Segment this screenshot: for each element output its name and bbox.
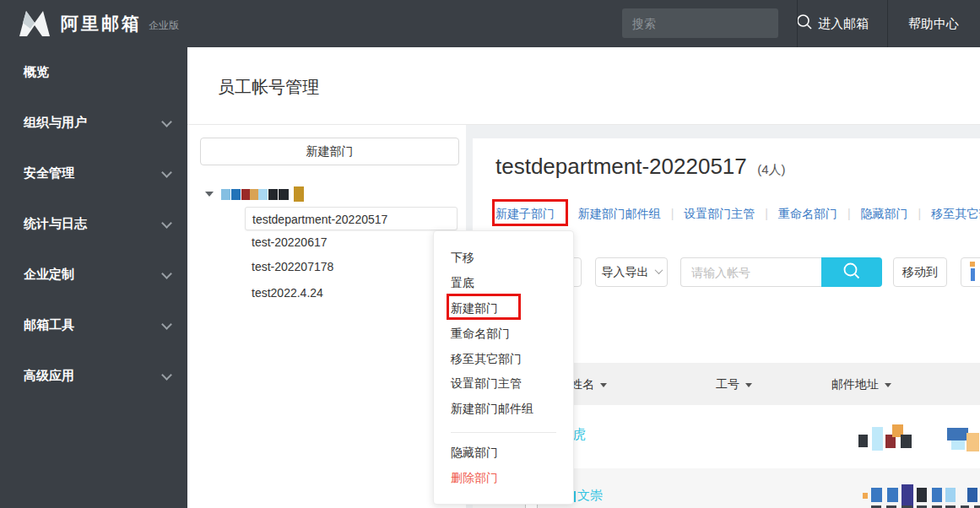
sidebar-item-enterprise-custom[interactable]: 企业定制 <box>0 267 187 285</box>
chevron-down-icon <box>161 167 172 178</box>
highlight-box-new-sub-department <box>492 199 568 226</box>
move-to-button[interactable]: 移动到 <box>893 257 947 287</box>
context-menu-item-new-department-mail-group[interactable]: 新建部门邮件组 <box>434 396 573 421</box>
action-separator: | <box>671 207 674 220</box>
department-name: testdepartment-20220517 <box>495 154 747 179</box>
sidebar-item-overview[interactable]: 概览 <box>0 64 187 83</box>
chevron-down-icon <box>161 116 172 127</box>
action-hide-department[interactable]: 隐藏部门 <box>861 207 908 220</box>
enter-mailbox-button[interactable]: 进入邮箱 <box>799 0 887 47</box>
department-member-count: (4人) <box>757 162 785 176</box>
account-search-button[interactable] <box>821 257 882 287</box>
search-icon <box>842 261 862 284</box>
header-search <box>622 8 778 38</box>
sort-caret-icon <box>600 383 607 387</box>
redacted-email <box>853 422 980 456</box>
context-menu-divider <box>451 432 556 433</box>
action-separator: | <box>847 207 851 220</box>
column-header-email[interactable]: 邮件地址 <box>831 377 891 392</box>
action-separator: | <box>765 207 768 220</box>
redacted-company-name <box>218 186 311 204</box>
redacted-email <box>857 481 980 508</box>
context-menu-item-move-to-other-department[interactable]: 移至其它部门 <box>434 346 573 371</box>
sidebar-item-label: 高级应用 <box>24 368 74 384</box>
sidebar-item-label: 企业定制 <box>24 267 74 283</box>
sidebar-item-advanced-apps[interactable]: 高级应用 <box>0 368 187 386</box>
sidebar-item-label: 统计与日志 <box>24 216 87 232</box>
context-menu-item-delete-department[interactable]: 删除部门 <box>434 465 573 490</box>
tree-item-selected[interactable]: testdepartment-20220517 <box>245 207 458 230</box>
top-header: 阿里邮箱 企业版 进入邮箱 帮助中心 <box>0 0 980 47</box>
context-menu-item-move-down[interactable]: 下移 <box>434 245 573 270</box>
redacted-button-label <box>969 262 977 283</box>
member-name-link[interactable]: 文崇 <box>577 488 603 504</box>
tree-item[interactable]: test-20220617 <box>252 230 328 254</box>
account-search-input[interactable] <box>680 257 821 287</box>
tree-item[interactable]: test-202207178 <box>252 255 333 278</box>
department-context-menu: 下移 置底 新建部门 重命名部门 移至其它部门 设置部门主管 新建部门邮件组 隐… <box>433 230 574 505</box>
sidebar-item-label: 组织与用户 <box>24 115 87 131</box>
member-name-link[interactable]: 虎 <box>572 426 586 444</box>
column-label: 邮件地址 <box>831 377 879 392</box>
page-title: 员工帐号管理 <box>218 76 319 99</box>
sidebar-nav: 概览 组织与用户 安全管理 统计与日志 企业定制 邮箱工具 高级应用 <box>0 47 187 508</box>
chevron-down-icon <box>161 319 172 330</box>
action-rename-department[interactable]: 重命名部门 <box>778 207 837 220</box>
sidebar-item-label: 安全管理 <box>24 165 74 181</box>
import-export-label: 导入导出 <box>602 265 649 280</box>
department-heading: testdepartment-20220517 (4人) <box>495 154 786 180</box>
brand-edition-badge: 企业版 <box>149 19 179 33</box>
sidebar-item-label: 概览 <box>24 64 49 80</box>
context-menu-item-set-department-manager[interactable]: 设置部门主管 <box>434 370 573 396</box>
new-department-button[interactable]: 新建部门 <box>200 138 459 165</box>
column-label: 姓名 <box>571 377 594 392</box>
department-tree-panel <box>187 125 466 508</box>
brand-logo[interactable]: 阿里邮箱 企业版 <box>19 10 179 37</box>
help-center-button[interactable]: 帮助中心 <box>887 0 980 47</box>
sort-caret-icon <box>885 383 891 387</box>
import-export-button[interactable]: 导入导出 <box>595 257 668 287</box>
chevron-down-icon <box>654 266 663 274</box>
mail-logo-icon <box>19 11 51 36</box>
sidebar-item-org-users[interactable]: 组织与用户 <box>0 115 187 133</box>
department-actions: 新建子部门|新建部门邮件组|设置部门主管|重命名部门|隐藏部门|移至其它部门 <box>495 207 980 224</box>
chevron-down-icon <box>161 268 172 279</box>
action-move-to-other-department[interactable]: 移至其它部门 <box>931 207 980 220</box>
move-to-label: 移动到 <box>902 265 938 280</box>
column-header-name[interactable]: 姓名 <box>571 377 607 392</box>
sidebar-item-mail-tools[interactable]: 邮箱工具 <box>0 317 187 336</box>
tree-item[interactable]: test2022.4.24 <box>252 281 323 305</box>
tree-expand-icon[interactable] <box>205 192 214 197</box>
context-menu-item-hide-department[interactable]: 隐藏部门 <box>434 440 573 465</box>
clipped-name-fragment <box>574 491 576 502</box>
chevron-down-icon <box>161 218 172 229</box>
highlight-box-new-department <box>447 294 521 320</box>
context-menu-item-move-to-bottom[interactable]: 置底 <box>434 270 573 295</box>
sidebar-item-security[interactable]: 安全管理 <box>0 165 187 184</box>
brand-name: 阿里邮箱 <box>61 12 142 35</box>
chevron-down-icon <box>161 370 172 381</box>
sort-caret-icon <box>745 383 752 387</box>
sidebar-item-stats-logs[interactable]: 统计与日志 <box>0 216 187 235</box>
header-search-input[interactable] <box>622 17 795 30</box>
context-menu-item-rename-department[interactable]: 重命名部门 <box>434 321 573 346</box>
column-header-employee-id[interactable]: 工号 <box>716 377 752 392</box>
sidebar-item-label: 邮箱工具 <box>24 317 74 333</box>
action-set-department-manager[interactable]: 设置部门主管 <box>684 207 755 220</box>
column-label: 工号 <box>716 377 739 392</box>
action-separator: | <box>918 207 922 220</box>
header-divider <box>797 0 798 47</box>
action-new-department-mail-group[interactable]: 新建部门邮件组 <box>578 207 661 220</box>
app-root: 阿里邮箱 企业版 进入邮箱 帮助中心 概览 组织与用户 安全管理 <box>0 0 980 508</box>
